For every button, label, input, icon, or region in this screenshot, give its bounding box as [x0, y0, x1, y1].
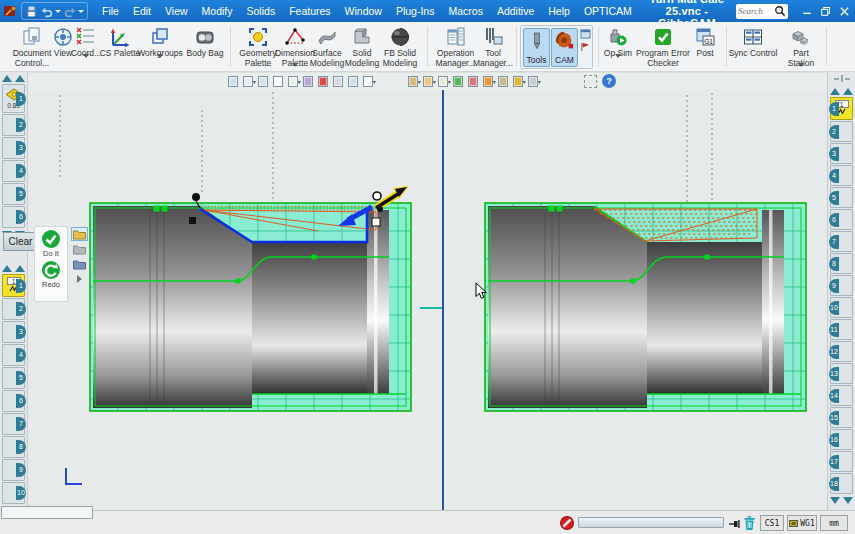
tool-tile[interactable]: 9	[830, 275, 853, 296]
tool-palette-scroll-up[interactable]	[0, 263, 27, 273]
op-sim-button[interactable]: Op Sim	[600, 24, 636, 59]
clear-button[interactable]: Clear	[3, 232, 38, 251]
pin-icon[interactable]	[729, 519, 741, 529]
tool-tile[interactable]: 6	[2, 390, 25, 412]
collapsed-toolbar[interactable]	[828, 72, 855, 85]
tool-tile[interactable]: 12	[830, 341, 853, 362]
tool-tile[interactable]: 10	[830, 297, 853, 318]
tool-tile[interactable]: 15	[830, 407, 853, 428]
save-button[interactable]	[25, 5, 38, 18]
menu-item[interactable]: Solids	[241, 0, 282, 22]
units-indicator[interactable]: mm	[820, 515, 848, 531]
white-box-icon[interactable]: ▾	[363, 74, 378, 89]
folder-icon-active[interactable]	[72, 228, 87, 240]
tool-tile[interactable]: 4	[830, 165, 853, 186]
tool-tile[interactable]: 4	[2, 344, 25, 366]
dropdown-caret[interactable]	[615, 54, 621, 58]
tool-tile[interactable]: 13	[830, 363, 853, 384]
tools-mode-button[interactable]: Tools	[523, 28, 550, 67]
undo-button[interactable]	[40, 5, 61, 18]
expand-caret-icon[interactable]	[77, 275, 82, 283]
grid-plus-icon[interactable]	[348, 74, 363, 89]
red-cube-icon[interactable]	[468, 74, 483, 89]
do-it-icon[interactable]	[41, 229, 61, 249]
ghost-cube-icon[interactable]: ▾	[528, 74, 543, 89]
program-error-checker-button[interactable]: Program Error Checker	[636, 24, 690, 68]
modeling-viewport[interactable]	[28, 90, 827, 510]
tool-tile-1-selected[interactable]: 1 1	[2, 274, 25, 297]
menu-item[interactable]: Features	[283, 0, 336, 22]
tool-tile[interactable]: 8	[2, 436, 25, 458]
menu-item[interactable]: Modify	[196, 0, 239, 22]
minimize-button[interactable]	[798, 2, 815, 20]
tool-tile[interactable]: 8	[830, 253, 853, 274]
menu-item[interactable]: Help	[542, 0, 576, 22]
document-control-button[interactable]: Document Control...	[8, 24, 56, 68]
body-bag-button[interactable]: Body Bag	[184, 24, 226, 59]
redo-icon[interactable]	[41, 260, 61, 280]
tool-tile[interactable]: 2	[2, 298, 25, 320]
palette-scroll-up[interactable]	[0, 73, 27, 83]
tool-tile[interactable]: 5	[2, 367, 25, 389]
fit-view-icon[interactable]	[584, 75, 597, 88]
menu-item[interactable]: View	[159, 0, 194, 22]
part-station-button[interactable]: Part Station	[779, 24, 823, 68]
tool-tile[interactable]: 18	[830, 473, 853, 494]
redo-button[interactable]	[63, 5, 84, 18]
surface-modeling-button[interactable]: Surface Modeling	[308, 24, 346, 68]
insert-tile[interactable]: 5	[2, 183, 25, 205]
window-layout-icon[interactable]: ▾	[243, 74, 258, 89]
cam-mode-button[interactable]: CAM	[551, 28, 578, 67]
menu-item[interactable]: Additive	[491, 0, 540, 22]
blank-page-icon[interactable]	[273, 74, 288, 89]
post-button[interactable]: G1 Post	[690, 24, 720, 59]
insert-tile[interactable]: 4	[2, 160, 25, 182]
insert-tile[interactable]: 6	[2, 206, 25, 228]
menu-item[interactable]: File	[96, 0, 125, 22]
folder-icon-blue[interactable]	[72, 258, 87, 270]
dropdown-caret[interactable]	[292, 63, 298, 67]
search-icon[interactable]	[774, 5, 786, 17]
screen-fit-icon[interactable]	[228, 74, 243, 89]
tool-tile[interactable]: 7	[2, 413, 25, 435]
split-view-icon[interactable]: ▾	[483, 74, 498, 89]
tool-tile[interactable]: 17	[830, 451, 853, 472]
folder-icon-gray[interactable]	[72, 243, 87, 255]
page-fold-icon[interactable]: ▾	[288, 74, 303, 89]
close-button[interactable]	[836, 2, 853, 20]
menu-item[interactable]: Macros	[442, 0, 488, 22]
dropdown-caret[interactable]	[798, 63, 804, 67]
menu-item[interactable]: Window	[339, 0, 388, 22]
tool-tile[interactable]: 9	[2, 459, 25, 481]
tool-tile[interactable]: 14	[830, 385, 853, 406]
printer-icon[interactable]	[303, 74, 318, 89]
tool-tile[interactable]: 3	[2, 321, 25, 343]
menu-item[interactable]: Edit	[127, 0, 157, 22]
menu-item[interactable]: Plug-Ins	[390, 0, 441, 22]
restore-button[interactable]	[817, 2, 834, 20]
solid-modeling-button[interactable]: Solid Modeling	[343, 24, 381, 68]
tool-tile[interactable]: 6	[830, 209, 853, 230]
wireframe-cube-icon[interactable]: ▾	[438, 74, 453, 89]
right-palette-scroll-up[interactable]	[828, 86, 855, 96]
insert-tile[interactable]: 2	[2, 114, 25, 136]
dropdown-caret[interactable]	[157, 54, 163, 58]
tool-tile[interactable]: 7	[830, 231, 853, 252]
search-field[interactable]	[738, 6, 774, 16]
shaded-cube-icon[interactable]: ▾	[408, 74, 423, 89]
help-icon[interactable]: ?	[602, 74, 616, 88]
right-tool-tile-1-selected[interactable]: 1 1	[830, 97, 853, 120]
tool-tile[interactable]: 11	[830, 319, 853, 340]
window-mini-icon[interactable]	[580, 29, 591, 39]
flag-mini-icon[interactable]	[580, 42, 591, 52]
tool-tile[interactable]: 10	[2, 482, 25, 504]
insert-tile[interactable]: 3	[2, 137, 25, 159]
tool-manager-button[interactable]: Tool Manager...	[472, 24, 514, 68]
part-view-right[interactable]	[445, 90, 827, 510]
dropdown-caret[interactable]	[83, 54, 89, 58]
wg-indicator[interactable]: WG1	[787, 515, 817, 531]
search-input[interactable]	[736, 4, 788, 19]
menu-item[interactable]: OPTICAM	[578, 0, 638, 22]
tool-tile[interactable]: 5	[830, 187, 853, 208]
trash-icon[interactable]	[743, 515, 756, 531]
